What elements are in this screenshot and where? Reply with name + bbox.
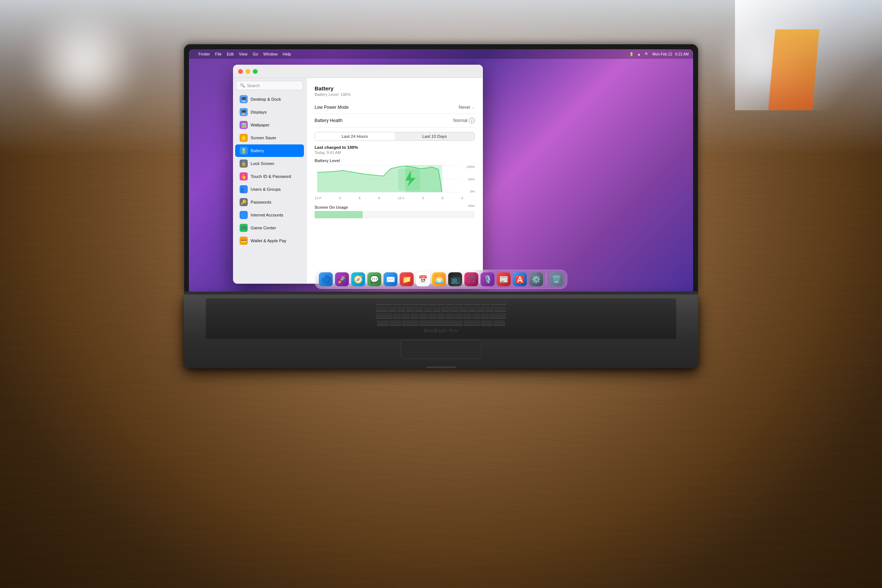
key [494, 306, 506, 312]
macbook-notch [426, 366, 456, 368]
window-menu[interactable]: Window [263, 52, 278, 56]
screen-usage-label: Screen On Usage [315, 205, 348, 210]
key [446, 300, 454, 304]
dock-icon-trash[interactable]: 🗑️ [549, 272, 563, 286]
dock-icon-appstore[interactable]: 🅰️ [513, 272, 527, 286]
dock-icon-finder[interactable]: 🔵 [319, 272, 333, 286]
key [428, 314, 436, 319]
dock-icon-news[interactable]: 📰 [497, 272, 511, 286]
dock-icon-mail[interactable]: ✉️ [384, 272, 398, 286]
dock-icon-music[interactable]: 🎵 [465, 272, 478, 286]
tab-last-10-days[interactable]: Last 10 Days [395, 132, 474, 140]
edit-menu[interactable]: Edit [227, 52, 234, 56]
sidebar-item-screensaver[interactable]: ⭐ Screen Saver [235, 132, 304, 144]
maximize-button[interactable] [253, 69, 258, 74]
battery-title: Battery [315, 85, 475, 92]
sidebar-item-desktop-dock[interactable]: 🖥️ Desktop & Dock [235, 93, 304, 105]
sidebar-label-internet-accounts: Internet Accounts [250, 213, 284, 217]
dock-icon-photos[interactable]: 🌅 [432, 272, 446, 286]
key [481, 314, 489, 319]
x-label-3: 3 [339, 196, 341, 200]
sidebar-label-game-center: Game Center [250, 226, 276, 230]
sidebar-label-desktop-dock: Desktop & Dock [250, 97, 281, 101]
macbook-body: MacBook Pro [184, 295, 698, 368]
sidebar: 🔍 Search 🖥️ Desktop & Dock 🖥️ Displays [233, 78, 306, 284]
key [450, 306, 458, 312]
x-label-9: 9 [378, 196, 380, 200]
search-menubar-icon[interactable]: 🔍 [645, 52, 649, 56]
key [441, 306, 450, 312]
close-button[interactable] [238, 69, 243, 74]
screen-bezel: Finder File Edit View Go Window Help 🔋 ▲… [184, 44, 698, 292]
dock-icon-podcasts[interactable]: 🎙️ [481, 272, 495, 286]
dock-icon-calendar[interactable]: 📅 [416, 272, 430, 286]
y-label-100: 100% [464, 165, 475, 169]
key [388, 306, 396, 312]
dock-icon-files[interactable]: 📁 [400, 272, 414, 286]
key [446, 314, 454, 319]
key [490, 314, 506, 319]
sidebar-item-battery[interactable]: 🔋 Battery [235, 144, 304, 157]
charged-time: Today, 9:41 AM [315, 150, 475, 155]
search-bar[interactable]: 🔍 Search [236, 81, 303, 90]
finder-menu[interactable]: Finder [198, 52, 210, 56]
x-label-9b: 9 [461, 196, 463, 200]
wallpaper-icon: 🖼️ [240, 121, 248, 129]
key [486, 306, 494, 312]
passwords-icon: 🔑 [240, 198, 248, 206]
sidebar-item-internet-accounts[interactable]: 🌐 Internet Accounts [235, 209, 304, 221]
lock-screen-icon: 🔒 [240, 159, 248, 168]
displays-icon: 🖥️ [240, 108, 248, 116]
battery-chart: 100% 50% 0% [315, 165, 475, 200]
dock-icon-launchpad[interactable]: 🚀 [335, 272, 349, 286]
key [464, 314, 471, 319]
menu-bar-right: 🔋 ▲ 🔍 Mon Feb 12 6:21 AM [629, 52, 689, 56]
dock-icon-sysprefs[interactable]: ⚙️ [529, 272, 543, 286]
x-label-6b: 6 [442, 196, 444, 200]
sidebar-item-touchid[interactable]: 👆 Touch ID & Password [235, 170, 304, 183]
time-period-tabs: Last 24 Hours Last 10 Days [315, 132, 475, 141]
key [393, 314, 401, 319]
key [402, 321, 418, 326]
view-menu[interactable]: View [239, 52, 248, 56]
sidebar-item-passwords[interactable]: 🔑 Passwords [235, 196, 304, 208]
battery-icon: 🔋 [240, 147, 248, 155]
key [432, 306, 441, 312]
sidebar-item-lock-screen[interactable]: 🔒 Lock Screen [235, 157, 304, 170]
key [482, 300, 489, 304]
key [420, 300, 428, 304]
help-menu[interactable]: Help [283, 52, 291, 56]
sidebar-item-game-center[interactable]: 🎮 Game Center [235, 222, 304, 234]
sidebar-item-displays[interactable]: 🖥️ Displays [235, 106, 304, 118]
charged-label: Last charged to 100% [315, 145, 475, 150]
tab-last-24-hours[interactable]: Last 24 Hours [315, 132, 395, 140]
key [459, 306, 467, 312]
dock-icon-safari[interactable]: 🧭 [351, 272, 365, 286]
sidebar-label-displays: Displays [250, 110, 266, 114]
x-label-6: 6 [358, 196, 360, 200]
minimize-button[interactable] [246, 69, 250, 74]
keyboard [206, 298, 676, 339]
screen-usage-bar [315, 211, 475, 218]
key [468, 306, 476, 312]
key [419, 314, 428, 319]
trackpad[interactable] [400, 340, 482, 359]
y-label-50: 50% [464, 177, 475, 181]
chart-label: Battery Level [315, 158, 475, 163]
sidebar-item-wallet[interactable]: 💳 Wallet & Apple Pay [235, 234, 304, 247]
desktop-dock-icon: 🖥️ [240, 95, 248, 103]
title-bar [233, 64, 483, 78]
sidebar-item-wallpaper[interactable]: 🖼️ Wallpaper [235, 119, 304, 131]
sidebar-item-users-groups[interactable]: 👥 Users & Groups [235, 183, 304, 195]
file-menu[interactable]: File [215, 52, 222, 56]
dock-icon-tv[interactable]: 📺 [448, 272, 462, 286]
low-power-mode-value[interactable]: Never ⌄ [459, 105, 475, 110]
go-menu[interactable]: Go [253, 52, 258, 56]
battery-header: Battery Battery Level: 100% [315, 85, 475, 97]
battery-health-info-icon[interactable]: i [469, 118, 475, 123]
sidebar-label-wallet: Wallet & Apple Pay [250, 238, 286, 243]
dock-separator [546, 273, 546, 286]
dock-icon-messages[interactable]: 💬 [368, 272, 381, 286]
system-preferences-window: 🔍 Search 🖥️ Desktop & Dock 🖥️ Displays [233, 64, 483, 284]
key [477, 306, 485, 312]
